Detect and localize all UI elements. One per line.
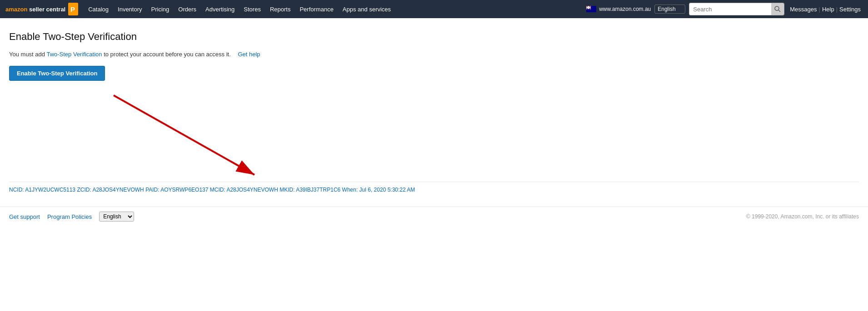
main-content: Enable Two-Step Verification You must ad… (0, 18, 868, 182)
get-support-link[interactable]: Get support (9, 213, 40, 220)
nav-item-performance[interactable]: Performance (295, 0, 338, 18)
footer-copyright: © 1999-2020, Amazon.com, Inc. or its aff… (746, 213, 859, 220)
seller-central-icon: P (68, 3, 78, 15)
two-step-verification-link[interactable]: Two-Step Verification (46, 51, 102, 58)
logo-area: amazon seller central P (5, 3, 78, 15)
amazon-logo-text: amazon (5, 6, 27, 13)
enable-two-step-button[interactable]: Enable Two-Step Verification (9, 66, 105, 81)
nav-item-apps-services[interactable]: Apps and services (338, 0, 395, 18)
header-right: www.amazon.com.au English Messages | Hel… (586, 3, 863, 15)
nav-item-inventory[interactable]: Inventory (113, 0, 146, 18)
help-link[interactable]: Help (820, 6, 836, 13)
footer-language-select[interactable]: English Français Deutsch Español 日本語 (99, 212, 134, 222)
metadata-section: NCID: A1JYW2UCWC5113 ZCID: A28JOS4YNEVOW… (0, 182, 868, 197)
nav-item-advertising[interactable]: Advertising (201, 0, 239, 18)
language-select[interactable]: English (654, 5, 685, 14)
nav-item-catalog[interactable]: Catalog (84, 0, 113, 18)
when-value: Jul 6, 2020 5:30:22 AM (359, 187, 415, 193)
mkid-label: MKID: (279, 187, 296, 193)
ncid-value: A1JYW2UCWC5113 (25, 187, 75, 193)
svg-point-10 (775, 6, 779, 10)
ncid-label: NCID: (9, 187, 24, 193)
main-nav: Catalog Inventory Pricing Orders Adverti… (84, 0, 586, 18)
info-text-after: to protect your account before you can a… (102, 51, 231, 58)
info-text-before: You must add (9, 51, 46, 58)
mkid-value: A39IBJ37TRP1C6 (296, 187, 340, 193)
zcid-value: A28JOS4YNEVOWH (92, 187, 144, 193)
nav-item-reports[interactable]: Reports (265, 0, 295, 18)
header: amazon seller central P Catalog Inventor… (0, 0, 868, 18)
red-arrow-svg (9, 91, 282, 182)
store-url: www.amazon.com.au (599, 6, 651, 12)
nav-item-orders[interactable]: Orders (174, 0, 201, 18)
footer: Get support Program Policies English Fra… (0, 207, 868, 226)
zcid-label: ZCID: (77, 187, 92, 193)
page-title: Enable Two-Step Verification (9, 31, 859, 43)
mcid-label: MCID: (210, 187, 227, 193)
svg-line-11 (778, 10, 780, 12)
au-flag-icon (586, 6, 596, 12)
paid-value: AOYSRWP6EO137 (160, 187, 208, 193)
footer-left: Get support Program Policies English Fra… (9, 212, 134, 222)
nav-item-pricing[interactable]: Pricing (147, 0, 174, 18)
svg-text:P: P (70, 5, 75, 13)
nav-item-stores[interactable]: Stores (239, 0, 265, 18)
svg-line-13 (114, 95, 254, 175)
search-area (689, 3, 784, 15)
metadata-line: NCID: A1JYW2UCWC5113 ZCID: A28JOS4YNEVOW… (9, 182, 859, 197)
program-policies-link[interactable]: Program Policies (47, 213, 92, 220)
search-input[interactable] (689, 3, 771, 15)
messages-link[interactable]: Messages (788, 6, 818, 13)
language-selector[interactable]: English (654, 5, 685, 14)
when-label: When: (342, 187, 359, 193)
get-help-link[interactable]: Get help (238, 51, 260, 58)
flag-url-area: www.amazon.com.au (586, 6, 651, 12)
seller-central-text: seller central (27, 6, 65, 13)
header-links: Messages | Help | Settings (788, 6, 863, 13)
search-button[interactable] (771, 3, 784, 15)
mcid-value: A28JOS4YNEVOWH (226, 187, 278, 193)
settings-link[interactable]: Settings (838, 6, 863, 13)
arrow-annotation (9, 91, 859, 182)
paid-label: PAID: (145, 187, 160, 193)
info-text: You must add Two-Step Verification to pr… (9, 51, 859, 58)
logo-text: amazon seller central (5, 6, 65, 13)
